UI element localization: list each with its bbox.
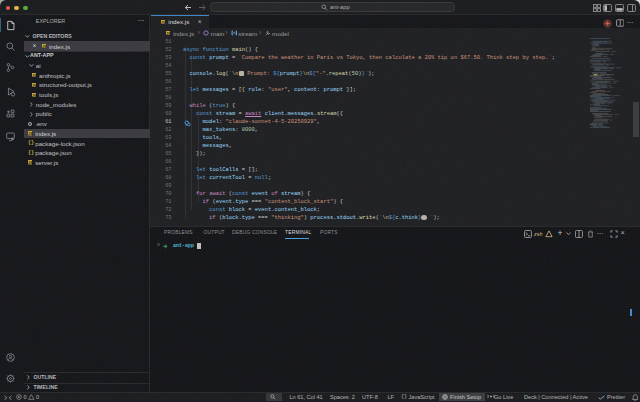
svg-text:JS: JS [28,161,32,165]
svg-text:JS: JS [32,74,36,78]
svg-text:JS: JS [42,45,46,49]
svg-text:JS: JS [28,132,32,136]
svg-text:JS: JS [166,31,170,35]
svg-text:JS: JS [161,20,165,24]
svg-text:JS: JS [32,83,36,87]
svg-text:JS: JS [32,93,36,97]
